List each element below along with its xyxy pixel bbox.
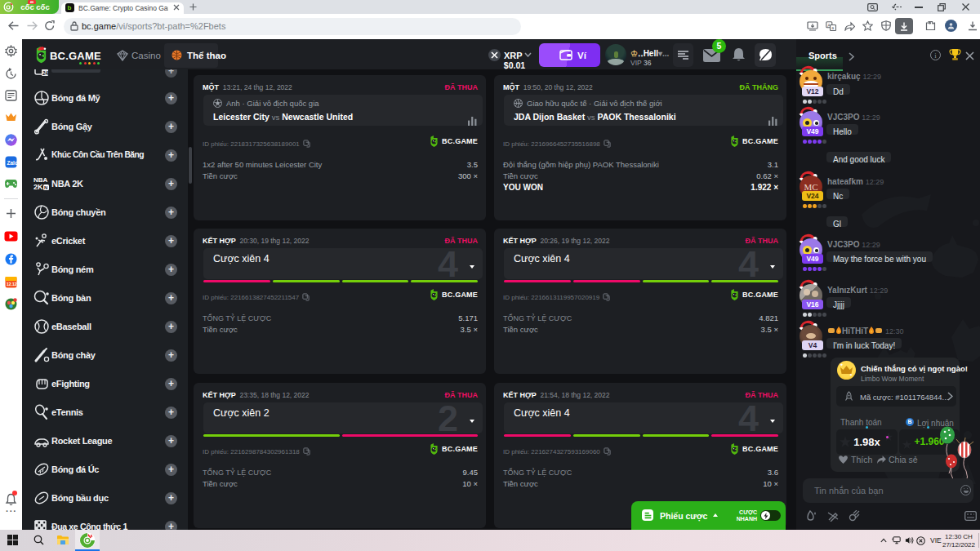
svg-text:a: a <box>831 25 834 30</box>
svg-text:12.12: 12.12 <box>7 282 17 287</box>
svg-text:Zalo: Zalo <box>7 160 18 166</box>
svg-text:N: N <box>44 185 47 190</box>
svg-text:24: 24 <box>42 70 49 76</box>
svg-text:2K: 2K <box>33 183 43 191</box>
